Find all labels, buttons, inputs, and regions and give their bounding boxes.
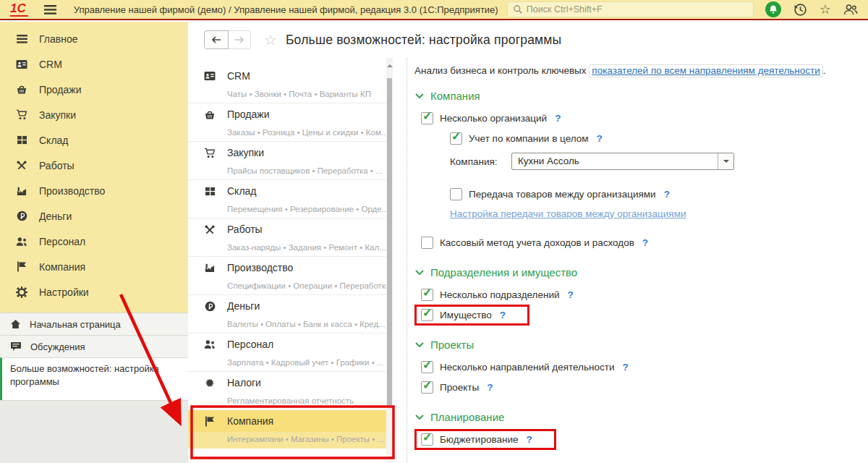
dropdown-button[interactable]	[718, 153, 733, 169]
scrollbar-thumb[interactable]	[387, 78, 392, 405]
nav-section-links[interactable]: Заказы • Розница • Цены и скидки • Ком..…	[204, 125, 386, 140]
field-label: Компания:	[450, 156, 511, 167]
nav-section-links[interactable]: Зарплата • Кадровый учет • Графики • ...	[204, 355, 386, 370]
sidebar-bottom-item[interactable]: Обсуждения	[0, 335, 188, 357]
nav-section-links[interactable]: Регламентированная отчетность	[204, 394, 386, 408]
panel-divider	[407, 58, 407, 463]
help-icon[interactable]: ?	[568, 289, 574, 300]
forward-button[interactable]	[229, 30, 251, 49]
nav-section-links[interactable]: Прайсы поставщиков • Переработка • ...	[204, 163, 386, 178]
checkbox[interactable]	[421, 309, 433, 321]
help-icon[interactable]: ?	[526, 434, 532, 445]
checkbox[interactable]	[421, 433, 433, 446]
nav-section-links[interactable]: Валюты • Оплаты • Банк и касса • Кред...	[204, 317, 386, 331]
company-select[interactable]: Кухни Ассоль	[511, 153, 734, 170]
hamburger-menu-icon[interactable]	[44, 5, 56, 14]
notifications-bell-icon[interactable]	[765, 1, 781, 17]
nav-section-people[interactable]: ПерсоналЗарплата • Кадровый учет • Графи…	[188, 334, 386, 372]
sidebar-item-warehouse[interactable]: Склад	[0, 127, 188, 153]
favorite-star-icon[interactable]: ☆	[264, 31, 277, 48]
settings-section-header[interactable]: Планирование	[415, 411, 868, 423]
annotation-box: Бюджетирование?	[414, 429, 556, 450]
checkbox-label: Учет по компании в целом	[469, 133, 589, 144]
sidebar-item-money[interactable]: Деньги	[0, 203, 188, 229]
back-button[interactable]	[204, 30, 229, 49]
checkbox[interactable]	[450, 132, 462, 145]
nav-scrollbar[interactable]	[386, 58, 393, 463]
settings-section-header[interactable]: Подразделения и имущество	[415, 266, 868, 279]
taxes-icon	[204, 378, 216, 388]
nav-section-links[interactable]: Чаты • Звонки • Почта • Варианты КП	[204, 87, 386, 101]
sidebar-item-crm[interactable]: CRM	[0, 51, 188, 77]
settings-section-title: Компания	[430, 90, 480, 102]
settings-row: Несколько подразделений?	[421, 284, 868, 305]
sidebar-item-basket[interactable]: Продажи	[0, 77, 188, 102]
scroll-up-arrow[interactable]	[387, 61, 393, 67]
sidebar-item-works[interactable]: Работы	[0, 153, 188, 178]
checkbox[interactable]	[421, 361, 433, 373]
works-icon	[204, 224, 216, 235]
sidebar-item-menu[interactable]: Главное	[0, 26, 188, 51]
checkbox[interactable]	[450, 188, 462, 200]
settings-section-header[interactable]: Проекты	[415, 339, 868, 351]
nav-section-title: Работы	[227, 224, 263, 235]
checkbox[interactable]	[421, 289, 433, 301]
settings-row: Несколько организаций?	[421, 108, 868, 128]
search-placeholder: Поиск Ctrl+Shift+F	[527, 4, 603, 14]
sidebar-item-people[interactable]: Персонал	[0, 229, 188, 254]
money-icon	[16, 211, 27, 221]
settings-row: Имущество?	[421, 305, 868, 325]
help-icon[interactable]: ?	[664, 189, 670, 200]
nav-section-links[interactable]: Интеркампани • Магазины • Проекты • ...	[204, 432, 386, 446]
nav-section-links[interactable]: Перемещения • Резервирование • Орде...	[204, 202, 386, 216]
search-input[interactable]: Поиск Ctrl+Shift+F	[507, 1, 754, 17]
factory-icon	[204, 263, 216, 273]
favorites-star-icon[interactable]: ☆	[820, 3, 831, 16]
sidebar-item-factory[interactable]: Производство	[0, 178, 188, 203]
help-icon[interactable]: ?	[597, 133, 603, 144]
nav-list: CRMЧаты • Звонки • Почта • Варианты КППр…	[188, 58, 386, 463]
nav-section-title: Налоги	[227, 377, 261, 388]
nav-section-flag[interactable]: КомпанияИнтеркампани • Магазины • Проект…	[188, 410, 386, 449]
top-titlebar: 1С Управление нашей фирмой (демо) / Упра…	[0, 0, 868, 20]
window-title: Управление нашей фирмой (демо) / Управле…	[74, 4, 498, 15]
sidebar-item-label: Производство	[39, 185, 105, 197]
nav-section-works[interactable]: РаботыЗаказ-наряды • Задания • Ремонт • …	[188, 218, 386, 257]
sidebar-item-label: Персонал	[39, 236, 85, 247]
sidebar-item-cart[interactable]: Закупки	[0, 102, 188, 127]
settings-row: Учет по компании в целом?	[450, 128, 868, 148]
sidebar-item-gear[interactable]: Настройки	[0, 279, 188, 305]
help-icon[interactable]: ?	[642, 237, 648, 248]
nav-section-taxes[interactable]: НалогиРегламентированная отчетность	[188, 372, 386, 410]
sidebar-item-label: CRM	[39, 59, 62, 70]
users-icon[interactable]	[843, 3, 858, 16]
chevron-down-icon	[415, 342, 424, 348]
checkbox[interactable]	[421, 237, 433, 249]
nav-section-factory[interactable]: ПроизводствоСпецификации • Операции • Пе…	[188, 257, 386, 295]
checkbox[interactable]	[421, 381, 433, 394]
settings-link[interactable]: Настройка передачи товаров между организ…	[450, 208, 686, 219]
nav-section-links[interactable]: Спецификации • Операции • Переработка	[204, 279, 386, 293]
intro-link[interactable]: показателей по всем направлениям деятель…	[589, 64, 822, 77]
page-header: ☆ Больше возможностей: настройка програм…	[188, 22, 868, 58]
checkbox-group: Проекты?	[421, 381, 493, 394]
nav-section-basket[interactable]: ПродажиЗаказы • Розница • Цены и скидки …	[188, 103, 386, 142]
help-icon[interactable]: ?	[487, 382, 493, 393]
help-icon[interactable]: ?	[555, 113, 561, 124]
nav-section-money[interactable]: ДеньгиВалюты • Оплаты • Банк и касса • К…	[188, 295, 386, 334]
history-icon[interactable]	[793, 3, 807, 17]
sidebar-bottom-item[interactable]: Начальная страница	[0, 313, 188, 335]
nav-section-cart[interactable]: ЗакупкиПрайсы поставщиков • Переработка …	[188, 142, 386, 180]
nav-section-links[interactable]: Заказ-наряды • Задания • Ремонт • Кал...	[204, 240, 386, 255]
sidebar-bottom-item[interactable]: Больше возможностей: настройка программы	[0, 357, 188, 400]
sidebar-item-flag[interactable]: Компания	[0, 254, 188, 279]
checkbox[interactable]	[421, 112, 433, 124]
chevron-down-icon	[415, 270, 424, 276]
main-content: ☆ Больше возможностей: настройка програм…	[188, 22, 868, 463]
settings-section-header[interactable]: Компания	[415, 90, 868, 102]
nav-section-crm[interactable]: CRMЧаты • Звонки • Почта • Варианты КП	[188, 65, 386, 103]
help-icon[interactable]: ?	[622, 362, 628, 373]
crm-icon	[204, 71, 216, 81]
help-icon[interactable]: ?	[500, 310, 506, 320]
nav-section-warehouse[interactable]: СкладПеремещения • Резервирование • Орде…	[188, 180, 386, 218]
